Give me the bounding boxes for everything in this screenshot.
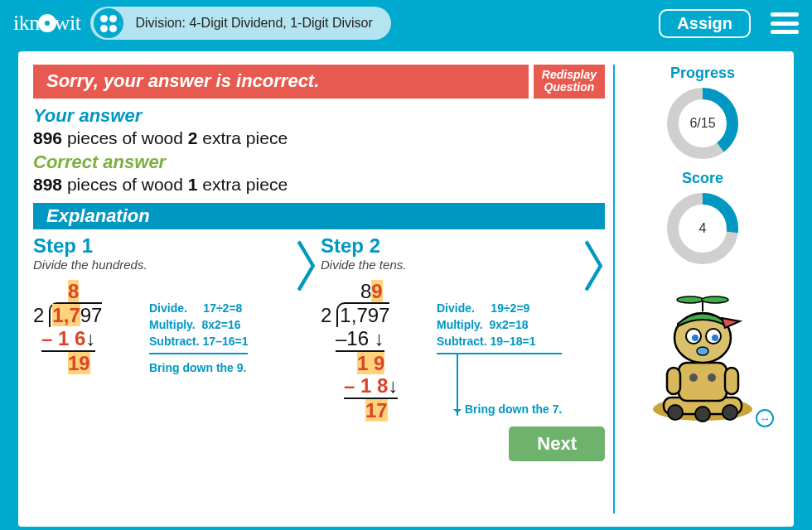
svg-point-10 — [689, 373, 698, 382]
progress-ring: 6/15 — [665, 85, 741, 161]
breadcrumb-pill[interactable]: Division: 4-Digit Dividend, 1-Digit Divi… — [90, 7, 390, 40]
steps-row: Step 1 Divide the hundreds. 8 21,797 – 1… — [33, 234, 605, 422]
svg-point-6 — [668, 405, 683, 420]
your-answer-value: 896 pieces of wood 2 extra piece — [33, 128, 605, 148]
breadcrumb-text: Division: 4-Digit Dividend, 1-Digit Divi… — [135, 16, 372, 31]
correct-answer-value: 898 pieces of wood 1 extra piece — [33, 175, 605, 195]
step-1-longdivision: 8 21,797 – 1 6↓ 19 — [33, 280, 141, 374]
robot-mascot — [632, 287, 773, 431]
swap-character-icon[interactable]: ↔ — [756, 409, 774, 427]
step-1-bringdown: Bring down the 9. — [149, 361, 248, 374]
explanation-heading: Explanation — [33, 203, 605, 229]
svg-point-7 — [695, 407, 710, 422]
svg-rect-9 — [679, 363, 727, 401]
score-value: 4 — [665, 190, 741, 267]
step-1-subtitle: Divide the hundreds. — [33, 258, 292, 272]
step-1-notes: Divide. 17÷2=8 Multiply. 8x2=16 Subtract… — [149, 300, 248, 354]
svg-point-17 — [692, 335, 698, 341]
svg-point-18 — [712, 335, 718, 341]
menu-icon[interactable] — [771, 12, 799, 34]
step-1: Step 1 Divide the hundreds. 8 21,797 – 1… — [33, 234, 292, 422]
side-panel: Progress 6/15 Score 4 — [613, 65, 779, 513]
content-stage: Sorry, your answer is incorrect. Redispl… — [18, 51, 794, 527]
step-2-longdivision: 89 21,797 –16 ↓ 1 9 – 1 8↓ 17 — [321, 280, 428, 422]
brand-logo[interactable]: iknwit — [13, 11, 80, 36]
progress-label: Progress — [670, 65, 735, 82]
svg-point-21 — [677, 296, 703, 303]
step-2-subtitle: Divide the tens. — [321, 258, 580, 272]
top-bar: iknwit Division: 4-Digit Dividend, 1-Dig… — [0, 0, 812, 46]
correct-answer-label: Correct answer — [33, 152, 605, 173]
bring-down-arrow-icon — [457, 354, 458, 416]
svg-point-8 — [723, 405, 737, 420]
svg-point-19 — [697, 347, 708, 355]
your-answer-label: Your answer — [33, 105, 605, 127]
step-2-notes: Divide. 19÷2=9 Multiply. 9x2=18 Subtract… — [437, 300, 562, 354]
assign-button[interactable]: Assign — [659, 9, 751, 38]
score-ring: 4 — [665, 190, 741, 267]
score-label: Score — [682, 170, 723, 187]
step-2: Step 2 Divide the tens. 89 21,797 –16 ↓ … — [321, 234, 580, 422]
step-1-title: Step 1 — [33, 234, 292, 258]
svg-point-11 — [708, 373, 716, 382]
progress-value: 6/15 — [665, 85, 741, 161]
step-2-title: Step 2 — [321, 234, 580, 258]
feedback-banner: Sorry, your answer is incorrect. — [33, 65, 529, 99]
next-button[interactable]: Next — [509, 426, 605, 461]
svg-rect-13 — [725, 368, 738, 394]
category-icon — [94, 8, 123, 38]
svg-rect-12 — [667, 368, 680, 394]
redisplay-question-button[interactable]: Redisplay Question — [534, 65, 605, 99]
main-panel: Sorry, your answer is incorrect. Redispl… — [33, 65, 605, 513]
svg-point-22 — [702, 296, 728, 303]
chevron-right-icon — [296, 237, 317, 295]
chevron-right-icon[interactable] — [583, 237, 605, 295]
step-2-bringdown: Bring down the 7. — [465, 402, 562, 416]
